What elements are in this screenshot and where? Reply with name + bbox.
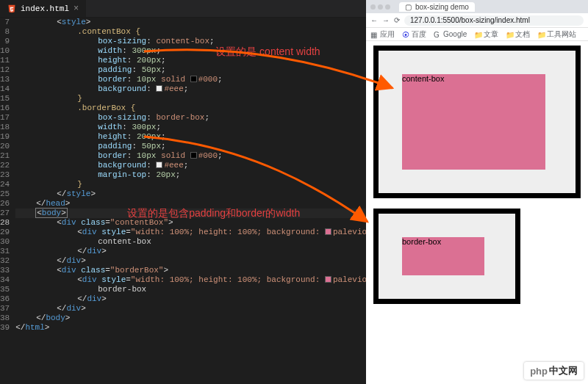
bookmark-apps[interactable]: ▦ 应用 (370, 29, 395, 40)
selector-contentbox: .contentBox { (77, 27, 140, 36)
color-swatch-black (190, 76, 197, 82)
selector-borderbox: .borderBox { (77, 104, 135, 112)
color-swatch-black (190, 152, 197, 159)
bookmark-google[interactable]: G Google (434, 30, 467, 38)
watermark-left: php (530, 366, 548, 377)
browser-titlebar: ▢ box-sizing demo (366, 0, 588, 13)
html-file-icon (7, 4, 16, 13)
watermark-badge: php 中文网 (524, 362, 584, 380)
nav-back-button[interactable]: ← (370, 16, 378, 24)
rendered-border-box: border-box (373, 209, 520, 304)
window-controls[interactable] (370, 4, 390, 10)
google-icon: G (434, 31, 441, 38)
browser-window: ▢ box-sizing demo ← → ⟳ 127.0.0.1:5500/b… (366, 0, 588, 384)
browser-tab[interactable]: ▢ box-sizing demo (399, 2, 475, 12)
color-swatch-eee (156, 85, 162, 92)
line-numbers-gutter: 789101112 131415161718 192021222324 2526… (0, 18, 15, 384)
nav-forward-button[interactable]: → (382, 16, 390, 24)
folder-icon: 📁 (474, 31, 481, 38)
editor-tab-index-html[interactable]: index.html × (0, 0, 87, 17)
browser-toolbar: ← → ⟳ 127.0.0.1:5500/box-sizing/index.ht… (366, 13, 588, 28)
code-editor: index.html × 789101112 131415161718 1920… (0, 0, 366, 384)
color-swatch-palevioletred (325, 228, 331, 235)
content-box-label: content-box (402, 74, 545, 170)
editor-tab-label: index.html (21, 4, 69, 13)
rendered-content-box: content-box (373, 46, 581, 198)
color-swatch-palevioletred (325, 276, 331, 283)
code-content[interactable]: <style> .contentBox { box-sizing: conten… (15, 18, 406, 384)
watermark-right: 中文网 (549, 364, 578, 377)
nav-reload-button[interactable]: ⟳ (394, 16, 400, 24)
browser-viewport: content-box border-box (366, 41, 588, 384)
folder-icon: 📁 (506, 31, 513, 38)
tab-favicon: ▢ (405, 3, 412, 10)
bookmark-baidu[interactable]: ⦿ 百度 (402, 29, 426, 40)
apps-icon: ▦ (370, 31, 378, 38)
url-text: 127.0.0.1:5500/box-sizing/index.html (410, 16, 530, 24)
folder-icon: 📁 (537, 31, 545, 38)
baidu-icon: ⦿ (402, 31, 409, 38)
browser-tab-title: box-sizing demo (415, 3, 469, 11)
bookmarks-bar: ▦ 应用 ⦿ 百度 G Google 📁 文章 📁 文档 📁 工具网站 (366, 28, 588, 41)
annotation-content-width: 设置的是 content width (215, 47, 320, 57)
bookmark-wenzhang[interactable]: 📁 文章 (474, 29, 498, 40)
bookmark-tools[interactable]: 📁 工具网站 (537, 29, 576, 40)
close-icon[interactable]: × (74, 4, 79, 14)
editor-tab-bar: index.html × (0, 0, 366, 18)
bookmark-wendang[interactable]: 📁 文档 (506, 29, 530, 40)
color-swatch-eee (156, 162, 162, 168)
address-bar[interactable]: 127.0.0.1:5500/box-sizing/index.html (404, 15, 584, 26)
annotation-border-width: 设置的是包含padding和border的width (127, 209, 300, 218)
border-box-label: border-box (402, 237, 484, 275)
